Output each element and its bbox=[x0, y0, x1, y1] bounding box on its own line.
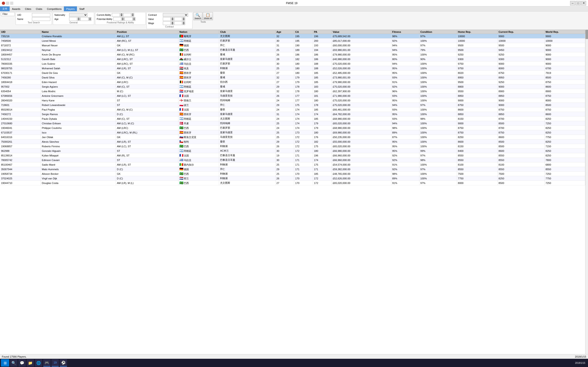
table-row[interactable]: 5132312 Gareth Bale AM (LRC), ST 🏴󠁧󠁢󠁷󠁬󠁳󠁿… bbox=[0, 57, 585, 61]
menu-item-cities[interactable]: Cities bbox=[23, 6, 34, 11]
col-header-worldrep[interactable]: World Rep. bbox=[544, 30, 585, 34]
table-row[interactable]: 14044150 Paulo Dybala AM (C), ST 🇦🇷阿根廷 尤… bbox=[0, 117, 585, 121]
age-from-input[interactable]: 0 bbox=[69, 17, 77, 21]
table-row[interactable]: 18004457 Kevin De Bruyne AM (C), M (RC) … bbox=[0, 52, 585, 57]
table-row[interactable]: 19068857 Roberto Firmino AM (LC), ST 🇧🇷巴… bbox=[0, 144, 585, 149]
pa-to-input[interactable]: 0 bbox=[124, 17, 132, 21]
contract-select[interactable] bbox=[163, 13, 188, 17]
col-header-homerep[interactable]: Home Rep. bbox=[457, 30, 498, 34]
menu-item-staff[interactable]: Staff bbox=[77, 6, 86, 11]
taskbar-fm[interactable]: ⚽ bbox=[60, 359, 67, 367]
table-row[interactable]: 19044710 Douglas Costa AM (LR), M (L) 🇧🇷… bbox=[0, 181, 585, 185]
ca-from-input[interactable]: 0 bbox=[112, 13, 120, 17]
table-row[interactable]: 8718372 Manuel Neuer GK 🇩🇪德国 拜仁 31 190 1… bbox=[0, 43, 585, 48]
ca-from-down[interactable]: ▼ bbox=[120, 15, 123, 17]
menu-item-file[interactable]: 文件 bbox=[0, 6, 10, 11]
col-header-name[interactable]: Name bbox=[41, 30, 116, 34]
table-row[interactable]: 85028014 Paul Pogba AM (C), M (C) 🇫🇷法国 曼… bbox=[0, 107, 585, 112]
table-row[interactable]: 64016316 Jan Oblak GK 🇸🇮斯洛文尼亚 马德里竞技 25 1… bbox=[0, 135, 585, 140]
table-row[interactable]: 719601 Robert Lewandowski ST 🇵🇱波兰 拜仁 29 … bbox=[0, 103, 585, 107]
table-row[interactable]: 67086656 Antoine Griezmann AM (LC), ST 🇫… bbox=[0, 94, 585, 98]
table-row[interactable]: 962988 Gonzalo Higuaín ST 🇦🇷阿根廷 AC米兰 30 … bbox=[0, 149, 585, 153]
close-button[interactable]: ✕ bbox=[581, 1, 586, 6]
uid-input[interactable] bbox=[32, 13, 50, 17]
col-header-club[interactable]: Club bbox=[219, 30, 275, 34]
name-input[interactable] bbox=[32, 17, 50, 21]
table-row[interactable]: 35007944 Mats Hummels D (C) 🇩🇪德国 拜仁 29 1… bbox=[0, 167, 585, 172]
table-row[interactable]: 78005742 Edinson Cavani ST 🇺🇾乌拉圭 巴黎圣日耳曼 … bbox=[0, 158, 585, 162]
table-row[interactable]: 75000261 Alexis Sánchez AM (LR), ST 🇨🇱智利… bbox=[0, 140, 585, 144]
table-row[interactable]: 19046041 Philippe Coutinho AM (LRC) 🇧🇷巴西… bbox=[0, 126, 585, 130]
pa-from-input[interactable]: 0 bbox=[113, 17, 121, 21]
cell-name: Manuel Neuer bbox=[41, 43, 116, 48]
table-row[interactable]: 735216 Cristiano Ronaldo AM (L), ST 🇵🇹葡萄… bbox=[0, 34, 585, 39]
table-row[interactable]: 85139014 Kylian Mbappé AM (R), ST 🇫🇷法国 巴… bbox=[0, 153, 585, 158]
cell-homerep: 9500 bbox=[457, 48, 498, 52]
search-button[interactable]: 🔍 Search bbox=[193, 12, 202, 20]
col-header-value[interactable]: Value bbox=[332, 30, 391, 34]
table-row[interactable]: 37024025 Virgil van Dijk D (C) 🇳🇱荷兰 利物浦 … bbox=[0, 176, 585, 181]
taskbar-search[interactable]: 🔍 bbox=[10, 359, 17, 367]
col-header-nation[interactable]: Nation bbox=[179, 30, 219, 34]
wage-to-down[interactable]: ▼ bbox=[182, 23, 185, 25]
taskbar-cortana[interactable]: 💬 bbox=[18, 359, 26, 367]
cell-condition: 98% bbox=[419, 158, 457, 162]
table-row[interactable]: 6354054 Luka Modric M (C) 🇭🇷克罗地亚 皇家马德里 3… bbox=[0, 89, 585, 94]
value-to-down[interactable]: ▼ bbox=[182, 19, 185, 21]
wage-to-input[interactable]: 0 bbox=[174, 21, 182, 25]
col-header-fitness[interactable]: Fitness bbox=[391, 30, 419, 34]
table-row[interactable]: 18004418 Eden Hazard AM (LRC) 🇧🇪比利时 切尔西 … bbox=[0, 80, 585, 84]
table-row[interactable]: 85100467 Sadio Mané AM (LR), ST 🇸🇳塞内加尔 利… bbox=[0, 162, 585, 167]
col-header-currep[interactable]: Current Rep. bbox=[498, 30, 544, 34]
filter-label[interactable]: Filter bbox=[1, 12, 15, 16]
nationality-select[interactable] bbox=[69, 13, 87, 17]
age-to-input[interactable]: 0 bbox=[80, 17, 88, 21]
scrollbar[interactable] bbox=[585, 30, 588, 354]
value-from-down[interactable]: ▼ bbox=[171, 19, 174, 21]
table-row[interactable]: 27010680 Christian Eriksen AM (LC), M (C… bbox=[0, 121, 585, 126]
menu-item-competitions[interactable]: Competitions bbox=[44, 6, 64, 11]
table-container[interactable]: UID Name Position Nation Club Age CA PA … bbox=[0, 30, 585, 354]
table-row[interactable]: 7458280 David Silva AM (C), M (C) 🇪🇸西班牙 … bbox=[0, 75, 585, 80]
show-all-button[interactable]: 📋 Show All bbox=[203, 12, 213, 20]
table-row[interactable]: 957002 Sergio Agüero AM (C), ST 🇦🇷阿根廷 曼城… bbox=[0, 84, 585, 89]
taskbar-steam[interactable]: 🎮 bbox=[43, 359, 51, 367]
maximize-button[interactable]: □ bbox=[576, 1, 581, 6]
col-header-age[interactable]: Age bbox=[275, 30, 294, 34]
table-row[interactable]: 19024412 Neymar AM (LC), M (L), ST 🇧🇷巴西 … bbox=[0, 48, 585, 52]
table-row[interactable]: 98028755 Mohamed Salah AM (LR), ST 🇪🇬埃及 … bbox=[0, 66, 585, 71]
wage-from-down[interactable]: ▼ bbox=[171, 23, 174, 25]
cell-pa: 179 bbox=[313, 121, 332, 126]
cell-nation: 🇺🇾乌拉圭 bbox=[179, 158, 219, 162]
menu-item-awards[interactable]: Awards bbox=[10, 6, 23, 11]
pa-to-down[interactable]: ▼ bbox=[133, 19, 136, 21]
col-header-condition[interactable]: Condition bbox=[419, 30, 457, 34]
table-row[interactable]: 7458272 Sergio Ramos D (C) 🇪🇸西班牙 皇家马德里 3… bbox=[0, 112, 585, 117]
col-header-pa[interactable]: PA bbox=[313, 30, 332, 34]
table-row[interactable]: 67103537 Isco AM (LRC), M (RL) 🇪🇸西班牙 皇家马… bbox=[0, 130, 585, 135]
col-header-ca[interactable]: CA bbox=[294, 30, 313, 34]
ca-to-down[interactable]: ▼ bbox=[131, 15, 134, 17]
col-header-position[interactable]: Position bbox=[116, 30, 178, 34]
col-header-uid[interactable]: UID bbox=[0, 30, 41, 34]
value-from-input[interactable]: 0 bbox=[163, 17, 171, 21]
table-row[interactable]: 78000335 Luis Suárez AM (LRC), ST 🇺🇾乌拉圭 … bbox=[0, 61, 585, 66]
ca-to-input[interactable]: 0 bbox=[123, 13, 131, 17]
table-row[interactable]: 19058734 Alisson Becker GK 🇧🇷巴西 利物浦 25 1… bbox=[0, 172, 585, 176]
taskbar-edge[interactable]: 🌐 bbox=[35, 359, 42, 367]
start-button[interactable]: ⊞ bbox=[1, 359, 9, 367]
minimize-button[interactable]: ─ bbox=[570, 1, 575, 6]
scroll-thumb[interactable] bbox=[586, 30, 588, 39]
wage-from-input[interactable]: 0 bbox=[163, 21, 171, 25]
menu-item-clubs[interactable]: Clubs bbox=[34, 6, 44, 11]
table-row[interactable]: 7458500 Lionel Messi AM (RC), ST 🇦🇷阿根廷 巴… bbox=[0, 39, 585, 43]
table-row[interactable]: 67030171 David De Gea GK 🇪🇸西班牙 曼联 27 180… bbox=[0, 71, 585, 75]
taskbar-fmse[interactable]: 19 bbox=[52, 359, 59, 367]
menu-item-players[interactable]: Players bbox=[64, 6, 77, 11]
age-from-down[interactable]: ▼ bbox=[78, 19, 80, 21]
pa-from-down[interactable]: ▼ bbox=[121, 19, 124, 21]
table-row[interactable]: 28049320 Harry Kane ST 🏴󠁧󠁢󠁥󠁮󠁧󠁿英格兰 托特纳姆 2… bbox=[0, 98, 585, 103]
value-to-input[interactable]: 0 bbox=[174, 17, 182, 21]
age-to-down[interactable]: ▼ bbox=[89, 19, 91, 21]
taskbar-file-explorer[interactable]: 📁 bbox=[27, 359, 34, 367]
